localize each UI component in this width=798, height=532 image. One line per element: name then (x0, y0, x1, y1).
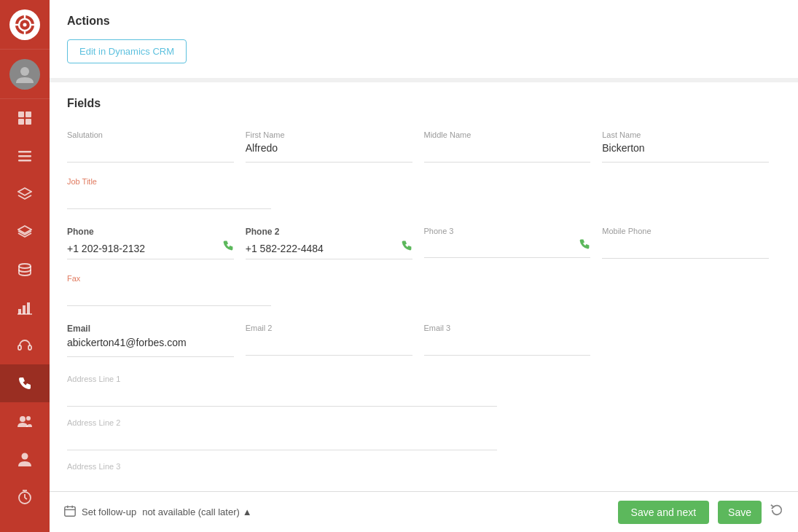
logo-icon (9, 9, 40, 40)
address2-row: Address Line 2 (67, 412, 781, 456)
fields-phone-row: Phone +1 202-918-2132 Phone 2 +1 582-222… (67, 221, 781, 265)
phone3-label: Phone 3 (424, 227, 591, 235)
email3-value[interactable] (424, 335, 591, 356)
sidebar-item-database[interactable] (0, 251, 50, 289)
address2-label: Address Line 2 (67, 418, 497, 427)
phone2-call-icon[interactable] (401, 240, 412, 254)
content-area: Actions Edit in Dynamics CRM Fields Salu… (50, 0, 798, 491)
address1-value[interactable] (67, 386, 497, 407)
sidebar-item-user[interactable] (0, 440, 50, 478)
svg-rect-20 (27, 302, 30, 314)
fax-row: Fax (67, 265, 781, 312)
sidebar (0, 0, 50, 532)
address1-row: Address Line 1 (67, 363, 781, 412)
email-label: Email (67, 324, 234, 334)
address1-label: Address Line 1 (67, 375, 497, 383)
svg-point-17 (19, 264, 31, 268)
fields-title: Fields (67, 97, 781, 110)
follow-up-label: Set follow-up (82, 506, 136, 517)
sidebar-item-layers[interactable] (0, 175, 50, 213)
sidebar-item-chart[interactable] (0, 289, 50, 326)
fax-field: Fax (67, 274, 271, 306)
follow-up-status-select[interactable]: not available (call later) ▲ (142, 506, 252, 517)
sidebar-nav (0, 99, 50, 532)
sidebar-logo (0, 0, 50, 50)
email-value[interactable]: abickerton41@forbes.com (67, 337, 234, 357)
svg-rect-12 (18, 151, 31, 153)
first-name-value[interactable]: Alfredo (246, 142, 412, 163)
mobile-phone-label: Mobile Phone (602, 227, 769, 235)
phone3-field: Phone 3 (424, 221, 603, 265)
address2-field: Address Line 2 (67, 418, 497, 450)
address3-row: Address Line 3 (67, 456, 781, 480)
main-content: Actions Edit in Dynamics CRM Fields Salu… (50, 0, 798, 532)
phone2-value[interactable]: +1 582-222-4484 (246, 243, 395, 254)
sidebar-item-contacts[interactable] (0, 402, 50, 440)
reset-button[interactable] (770, 504, 783, 520)
svg-rect-13 (18, 155, 31, 157)
fields-section: Fields Salutation First Name Alfredo Mid… (50, 82, 798, 491)
sidebar-item-headset[interactable] (0, 326, 50, 364)
user-avatar-section[interactable] (0, 50, 50, 99)
svg-rect-22 (18, 345, 21, 350)
phone2-label: Phone 2 (246, 227, 412, 237)
fields-email-row: Email abickerton41@forbes.com Email 2 Em… (67, 318, 781, 363)
svg-point-2 (23, 23, 27, 26)
last-name-field: Last Name Bickerton (602, 125, 781, 168)
actions-title: Actions (67, 15, 781, 28)
actions-section: Actions Edit in Dynamics CRM (50, 0, 798, 82)
chevron-up-icon: ▲ (243, 506, 252, 517)
phone3-call-icon[interactable] (579, 238, 590, 253)
calendar-icon (64, 505, 76, 519)
phone-value[interactable]: +1 202-918-2132 (67, 243, 216, 254)
phone3-value-row (424, 238, 591, 258)
fax-value[interactable] (67, 286, 271, 306)
middle-name-value[interactable] (424, 142, 591, 163)
first-name-field: First Name Alfredo (246, 125, 424, 168)
follow-up-status-text: not available (call later) (142, 506, 240, 517)
email2-field: Email 2 (246, 318, 424, 363)
sidebar-item-dashboard[interactable] (0, 99, 50, 137)
email3-label: Email 3 (424, 324, 591, 332)
svg-rect-19 (23, 305, 26, 314)
svg-rect-11 (26, 119, 31, 125)
salutation-field: Salutation (67, 125, 246, 168)
fields-row-1: Salutation First Name Alfredo Middle Nam… (67, 125, 781, 168)
svg-point-26 (22, 453, 28, 460)
svg-rect-10 (18, 119, 24, 125)
sidebar-item-inbox[interactable] (0, 137, 50, 175)
phone2-value-row: +1 582-222-4484 (246, 240, 412, 259)
fax-label: Fax (67, 274, 271, 283)
mobile-phone-value[interactable] (602, 238, 769, 259)
address1-field: Address Line 1 (67, 375, 497, 407)
address2-value[interactable] (67, 430, 497, 450)
svg-rect-8 (18, 112, 24, 117)
job-title-label: Job Title (67, 177, 271, 186)
email-spacer (602, 318, 781, 363)
salutation-value[interactable] (67, 142, 234, 163)
save-and-next-button[interactable]: Save and next (618, 501, 710, 524)
svg-point-25 (26, 416, 31, 420)
phone-field: Phone +1 202-918-2132 (67, 221, 246, 265)
edit-crm-button[interactable]: Edit in Dynamics CRM (67, 39, 187, 63)
follow-up-section: Set follow-up not available (call later)… (64, 505, 252, 519)
svg-rect-18 (18, 309, 21, 314)
svg-line-29 (25, 498, 27, 499)
phone2-field: Phone 2 +1 582-222-4484 (246, 221, 424, 265)
email2-value[interactable] (246, 335, 412, 356)
save-button[interactable]: Save (718, 501, 762, 524)
phone-call-icon[interactable] (222, 240, 234, 254)
sidebar-item-phone[interactable] (0, 364, 50, 402)
middle-name-label: Middle Name (424, 130, 591, 139)
last-name-value[interactable]: Bickerton (602, 142, 769, 163)
sidebar-item-stack[interactable] (0, 213, 50, 251)
phone-value-row: +1 202-918-2132 (67, 240, 234, 259)
job-title-value[interactable] (67, 189, 271, 209)
svg-marker-15 (18, 188, 31, 195)
job-title-row: Job Title (67, 168, 781, 215)
sidebar-item-timer[interactable] (0, 478, 50, 516)
address3-field: Address Line 3 (67, 462, 497, 471)
footer-bar: Set follow-up not available (call later)… (50, 491, 798, 532)
job-title-field: Job Title (67, 177, 271, 209)
email3-field: Email 3 (424, 318, 603, 363)
